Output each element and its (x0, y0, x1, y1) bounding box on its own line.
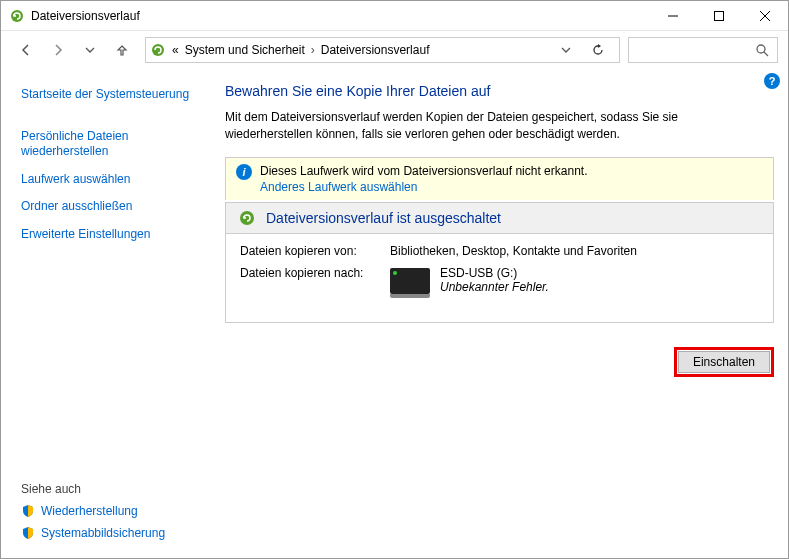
sidebar-link-select-drive[interactable]: Laufwerk auswählen (21, 172, 201, 188)
maximize-button[interactable] (696, 1, 742, 31)
svg-point-5 (152, 44, 164, 56)
status-panel-header: Dateiversionsverlauf ist ausgeschaltet (226, 203, 773, 234)
search-input[interactable] (628, 37, 778, 63)
sidebar-link-exclude-folders[interactable]: Ordner ausschließen (21, 199, 201, 215)
titlebar: Dateiversionsverlauf (1, 1, 788, 31)
help-icon[interactable]: ? (764, 73, 780, 89)
page-description: Mit dem Dateiversionsverlauf werden Kopi… (225, 109, 765, 143)
svg-rect-2 (715, 11, 724, 20)
address-icon (150, 42, 166, 58)
sidebar-link-advanced[interactable]: Erweiterte Einstellungen (21, 227, 201, 243)
see-also-heading: Siehe auch (21, 482, 201, 496)
minimize-button[interactable] (650, 1, 696, 31)
address-bar[interactable]: « System und Sicherheit › Dateiversionsv… (145, 37, 620, 63)
shield-icon (21, 526, 35, 540)
drive-icon (390, 266, 430, 298)
warning-text: Dieses Laufwerk wird vom Dateiversionsve… (260, 164, 587, 178)
copy-from-value: Bibliotheken, Desktop, Kontakte und Favo… (390, 244, 637, 258)
svg-point-0 (11, 10, 23, 22)
app-icon (9, 8, 25, 24)
breadcrumb-segment[interactable]: System und Sicherheit (185, 43, 305, 57)
drive-name: ESD-USB (G:) (440, 266, 549, 280)
drive-error: Unbekannter Fehler. (440, 280, 549, 294)
status-panel-title: Dateiversionsverlauf ist ausgeschaltet (266, 210, 501, 226)
page-heading: Bewahren Sie eine Kopie Ihrer Dateien au… (225, 83, 774, 99)
see-also-system-image[interactable]: Systemabbildsicherung (21, 526, 201, 540)
refresh-button[interactable] (591, 43, 615, 57)
close-button[interactable] (742, 1, 788, 31)
enable-button[interactable]: Einschalten (678, 351, 770, 373)
address-dropdown[interactable] (561, 45, 585, 55)
status-panel: Dateiversionsverlauf ist ausgeschaltet D… (225, 202, 774, 323)
info-icon: i (236, 164, 252, 180)
see-also-recovery[interactable]: Wiederherstellung (21, 504, 201, 518)
sidebar-home-link[interactable]: Startseite der Systemsteuerung (21, 87, 201, 103)
recent-dropdown[interactable] (75, 35, 105, 65)
breadcrumb-prefix: « (172, 43, 179, 57)
see-also-label: Wiederherstellung (41, 504, 138, 518)
up-button[interactable] (107, 35, 137, 65)
file-history-icon (238, 209, 256, 227)
warning-banner: i Dieses Laufwerk wird vom Dateiversions… (225, 157, 774, 200)
breadcrumb-segment[interactable]: Dateiversionsverlauf (321, 43, 430, 57)
window-title: Dateiversionsverlauf (31, 9, 140, 23)
svg-point-6 (757, 45, 765, 53)
forward-button[interactable] (43, 35, 73, 65)
main-panel: ? Bewahren Sie eine Kopie Ihrer Dateien … (211, 69, 788, 558)
copy-to-label: Dateien kopieren nach: (240, 266, 390, 298)
copy-from-label: Dateien kopieren von: (240, 244, 390, 258)
sidebar: Startseite der Systemsteuerung Persönlic… (1, 69, 211, 558)
see-also-label: Systemabbildsicherung (41, 526, 165, 540)
svg-point-8 (240, 211, 254, 225)
shield-icon (21, 504, 35, 518)
svg-line-7 (764, 52, 768, 56)
navigation-bar: « System und Sicherheit › Dateiversionsv… (1, 31, 788, 69)
search-icon (755, 43, 769, 57)
warning-link-select-drive[interactable]: Anderes Laufwerk auswählen (260, 180, 587, 194)
chevron-right-icon: › (311, 43, 315, 57)
back-button[interactable] (11, 35, 41, 65)
sidebar-link-restore[interactable]: Persönliche Dateien wiederherstellen (21, 129, 201, 160)
